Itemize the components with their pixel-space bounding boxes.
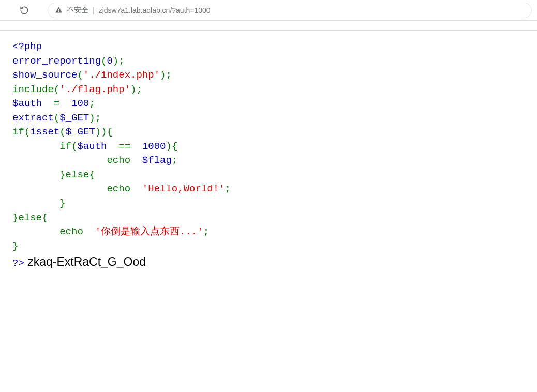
separator: | (93, 6, 95, 14)
svg-rect-0 (58, 9, 58, 11)
fn-show-source: show_source (12, 69, 77, 81)
kw-else-outer: }else{ (12, 212, 48, 223)
address-bar[interactable]: 不安全 | zjdsw7a1.lab.aqlab.cn/?auth=1000 (48, 3, 532, 18)
php-source: <?php error_reporting(0); show_source('.… (12, 40, 525, 271)
page-content: <?php error_reporting(0); show_source('.… (0, 30, 537, 280)
flag-output: zkaq-ExtRaCt_G_Ood (24, 255, 146, 268)
fn-extract: extract (12, 112, 54, 124)
kw-include: include( (12, 84, 59, 95)
kw-else-inner: }else{ (59, 169, 95, 180)
insecure-label: 不安全 (67, 6, 88, 15)
warning-icon (54, 6, 63, 14)
kw-echo-flag: echo (107, 155, 142, 166)
reload-icon (20, 6, 29, 15)
php-close-tag: ?> (12, 258, 24, 269)
svg-rect-1 (58, 11, 58, 12)
kw-if-outer: if( (12, 126, 30, 138)
kw-if-inner: if( (59, 141, 77, 152)
url-text: zjdsw7a1.lab.aqlab.cn/?auth=1000 (99, 6, 211, 14)
kw-echo-hello: echo (107, 183, 142, 194)
kw-echo-prompt: echo (59, 226, 95, 237)
browser-toolbar: 不安全 | zjdsw7a1.lab.aqlab.cn/?auth=1000 (0, 0, 537, 21)
fn-error-reporting: error_reporting (12, 55, 101, 67)
var-auth: $auth (12, 98, 54, 109)
php-open-tag: <?php (12, 41, 42, 52)
reload-button[interactable] (19, 5, 30, 16)
